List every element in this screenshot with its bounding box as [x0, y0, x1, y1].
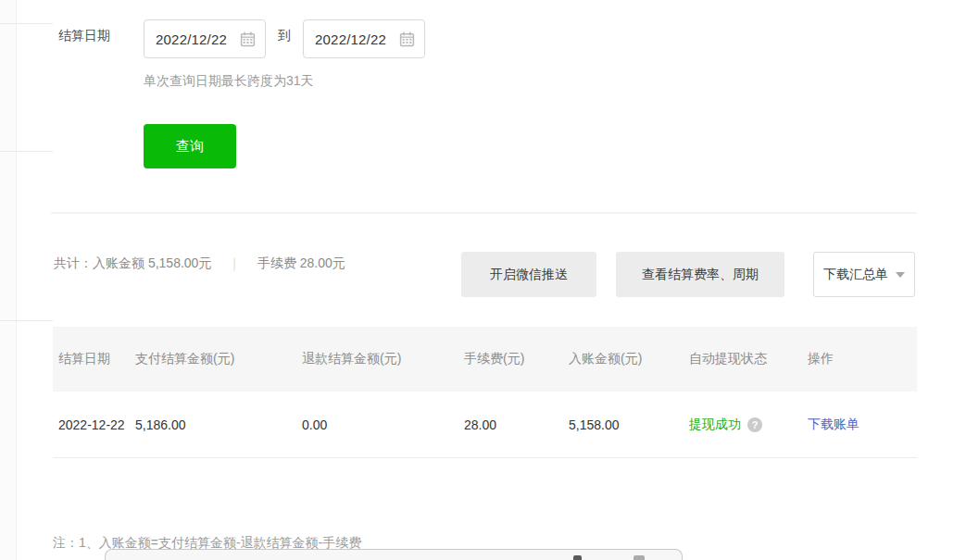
header-pay-settlement-amount: 支付结算金额(元): [135, 351, 302, 367]
sidebar-divider: [0, 320, 53, 321]
chevron-down-icon: [896, 272, 905, 278]
summary-separator: ｜: [228, 255, 241, 270]
table-header-row: 结算日期 支付结算金额(元) 退款结算金额(元) 手续费(元) 入账金额(元) …: [53, 327, 917, 392]
download-summary-button[interactable]: 下载汇总单: [813, 252, 915, 297]
settlement-date-label: 结算日期: [58, 28, 110, 44]
view-settlement-rate-button[interactable]: 查看结算费率、周期: [616, 252, 784, 297]
bottom-popup-edge[interactable]: [105, 549, 683, 560]
download-bill-link[interactable]: 下载账单: [808, 417, 859, 431]
end-date-input[interactable]: 2022/12/22: [303, 19, 425, 58]
section-divider: [51, 212, 917, 214]
header-income-amount: 入账金额(元): [569, 351, 689, 367]
cell-operation: 下载账单: [808, 417, 917, 433]
summary-fee-total: 手续费 28.00元: [257, 255, 345, 270]
query-button[interactable]: 查询: [144, 124, 236, 168]
cell-fee: 28.00: [464, 417, 569, 432]
sidebar-divider: [0, 23, 53, 24]
cell-settlement-date: 2022-12-22: [53, 417, 135, 432]
start-date-value: 2022/12/22: [156, 31, 227, 47]
cell-refund-amount: 0.00: [302, 417, 464, 432]
calendar-icon: [399, 31, 415, 47]
cell-withdraw-status: 提现成功 ?: [689, 417, 808, 433]
popup-icon-1: [573, 555, 582, 560]
question-help-icon[interactable]: ?: [747, 417, 762, 432]
date-range-hint: 单次查询日期最长跨度为31天: [144, 73, 314, 90]
sidebar-divider: [0, 151, 53, 152]
end-date-value: 2022/12/22: [315, 31, 386, 47]
calendar-icon: [240, 31, 256, 47]
header-refund-settlement-amount: 退款结算金额(元): [302, 351, 464, 367]
cell-income: 5,158.00: [569, 417, 689, 432]
header-settlement-date: 结算日期: [53, 351, 135, 367]
collapsed-sidebar-strip: [0, 0, 17, 560]
header-operation: 操作: [808, 351, 917, 367]
table-row: 2022-12-22 5,186.00 0.00 28.00 5,158.00 …: [53, 392, 917, 458]
popup-icon-2: [634, 555, 645, 560]
summary-totals: 共计：入账金额 5,158.00元 ｜ 手续费 28.00元: [54, 255, 345, 272]
enable-wechat-push-button[interactable]: 开启微信推送: [461, 252, 596, 297]
start-date-input[interactable]: 2022/12/22: [144, 19, 266, 58]
withdraw-status-text: 提现成功: [689, 417, 741, 433]
cell-pay-amount: 5,186.00: [135, 417, 302, 432]
summary-income-total: 共计：入账金额 5,158.00元: [54, 255, 211, 270]
header-fee: 手续费(元): [464, 351, 569, 367]
header-auto-withdraw-status: 自动提现状态: [689, 351, 808, 367]
download-summary-label: 下载汇总单: [823, 267, 888, 283]
date-range-to-label: 到: [278, 28, 291, 44]
